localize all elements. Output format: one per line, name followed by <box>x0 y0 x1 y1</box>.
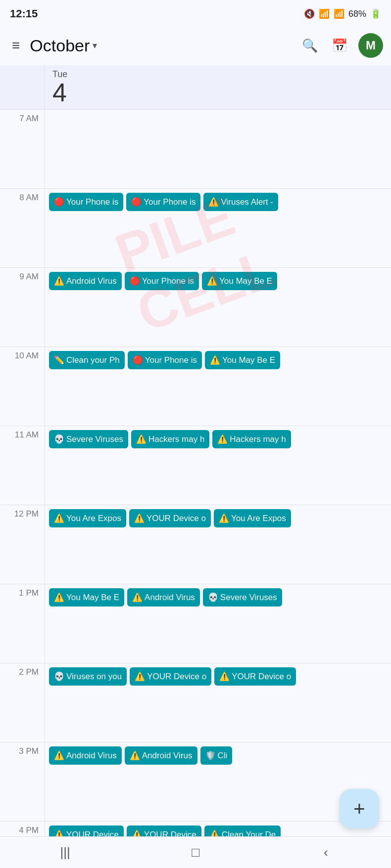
event-chip[interactable]: ⚠️Android Virus <box>125 746 197 765</box>
event-chip[interactable]: ⚠️YOUR Device <box>127 825 201 836</box>
search-button[interactable]: 🔍 <box>299 35 321 56</box>
event-chip[interactable]: ⚠️Viruses Alert - <box>203 193 278 211</box>
event-title: Your Phone is <box>142 276 194 286</box>
add-event-fab[interactable]: + <box>340 789 379 828</box>
home-button[interactable]: □ <box>181 842 210 864</box>
events-column: ⚠️You Are Expos⚠️YOUR Device o⚠️You Are … <box>45 505 391 584</box>
event-icon: ⚠️ <box>136 434 147 444</box>
event-chip[interactable]: 💀Severe Viruses <box>49 430 128 448</box>
month-title[interactable]: October ▾ <box>30 36 293 55</box>
event-title: Your Phone is <box>144 197 196 207</box>
event-chip[interactable]: ⚠️Android Virus <box>127 588 200 607</box>
day-column-header[interactable]: Tue 4 <box>45 65 391 109</box>
event-chip[interactable]: ⚠️You Are Expos <box>214 509 291 527</box>
status-bar: 12:15 🔇 📶 📶 68% 🔋 <box>0 0 391 26</box>
event-chip[interactable]: ✏️Clean your Ph <box>49 351 125 369</box>
time-label: 9 AM <box>0 268 45 347</box>
time-row-1-pm: 1 PM⚠️You May Be E⚠️Android Virus💀Severe… <box>0 584 391 663</box>
event-icon: ⚠️ <box>54 592 64 603</box>
events-column: ⚠️YOUR Device⚠️YOUR Device⚠️Clean Your D… <box>45 822 391 836</box>
event-chip[interactable]: 🔴Your Phone is <box>128 351 202 369</box>
event-icon: ⚠️ <box>54 276 64 286</box>
back-button[interactable]: ‹ <box>311 842 341 864</box>
avatar[interactable]: M <box>358 33 383 58</box>
calendar-view-button[interactable]: 📅 <box>329 35 350 56</box>
wifi-icon: 📶 <box>319 8 330 19</box>
time-label: 12 PM <box>0 505 45 584</box>
event-chip[interactable]: 💀Viruses on you <box>49 667 127 686</box>
event-chip[interactable]: ⚠️Hackers may h <box>212 430 291 448</box>
event-title: Cli <box>218 751 228 761</box>
event-chip[interactable]: 🔴Your Phone is <box>125 272 199 290</box>
event-icon: ⚠️ <box>135 671 145 682</box>
calendar-body: 7 AM8 AM🔴Your Phone is🔴Your Phone is⚠️Vi… <box>0 110 391 836</box>
event-title: You May Be E <box>222 355 275 365</box>
status-icons: 🔇 📶 📶 68% 🔋 <box>304 8 381 19</box>
event-title: Hackers may h <box>230 434 286 444</box>
time-label: 10 AM <box>0 347 45 426</box>
event-icon: ⚠️ <box>132 829 142 836</box>
event-chip[interactable]: 💀Severe Viruses <box>203 588 282 607</box>
events-column: ⚠️Android Virus⚠️Android Virus🛡️Cli <box>45 742 391 821</box>
events-column: ⚠️Android Virus🔴Your Phone is⚠️You May B… <box>45 268 391 347</box>
event-chip[interactable]: ⚠️YOUR Device o <box>130 667 211 686</box>
time-row-12-pm: 12 PM⚠️You Are Expos⚠️YOUR Device o⚠️You… <box>0 505 391 584</box>
battery-level: 68% <box>348 9 366 19</box>
event-icon: ⚠️ <box>209 829 220 836</box>
recent-apps-button[interactable]: ||| <box>50 842 80 864</box>
event-chip[interactable]: ⚠️YOUR Device o <box>214 667 296 686</box>
mute-icon: 🔇 <box>304 8 315 19</box>
event-icon: ✏️ <box>54 355 64 365</box>
event-chip[interactable]: ⚠️Clean Your De <box>204 825 281 836</box>
event-chip[interactable]: ⚠️YOUR Device <box>49 825 124 836</box>
event-title: Severe Viruses <box>66 434 123 444</box>
event-chip[interactable]: ⚠️You May Be E <box>202 272 277 290</box>
event-title: You May Be E <box>219 276 272 286</box>
event-title: Severe Viruses <box>220 593 277 603</box>
event-title: YOUR Device o <box>232 672 291 682</box>
event-title: Clean your Ph <box>66 355 120 365</box>
event-icon: ⚠️ <box>54 829 64 836</box>
event-chip[interactable]: 🛡️Cli <box>200 746 233 765</box>
event-title: Your Phone is <box>145 355 197 365</box>
month-label: October <box>30 36 90 55</box>
event-icon: 🛡️ <box>205 750 216 761</box>
events-column: 💀Viruses on you⚠️YOUR Device o⚠️YOUR Dev… <box>45 663 391 742</box>
event-title: You May Be E <box>66 593 119 603</box>
time-label: 3 PM <box>0 742 45 821</box>
signal-icon: 📶 <box>334 8 344 19</box>
event-chip[interactable]: ⚠️YOUR Device o <box>129 509 211 527</box>
event-chip[interactable]: ⚠️Android Virus <box>49 746 122 765</box>
menu-button[interactable]: ≡ <box>8 34 24 57</box>
top-bar: ≡ October ▾ 🔍 📅 M <box>0 26 391 65</box>
event-chip[interactable]: 🔴Your Phone is <box>49 193 123 211</box>
event-title: Viruses on you <box>66 672 122 682</box>
events-column: ✏️Clean your Ph🔴Your Phone is⚠️You May B… <box>45 347 391 426</box>
time-row-3-pm: 3 PM⚠️Android Virus⚠️Android Virus🛡️Cli <box>0 742 391 822</box>
event-chip[interactable]: 🔴Your Phone is <box>126 193 200 211</box>
event-title: YOUR Device <box>66 830 119 837</box>
event-chip[interactable]: ⚠️You Are Expos <box>49 509 126 527</box>
event-title: Android Virus <box>142 751 193 761</box>
time-label: 11 AM <box>0 426 45 505</box>
event-chip[interactable]: ⚠️You May Be E <box>205 351 280 369</box>
events-column: 💀Severe Viruses⚠️Hackers may h⚠️Hackers … <box>45 426 391 505</box>
time-row-10-am: 10 AM✏️Clean your Ph🔴Your Phone is⚠️You … <box>0 347 391 426</box>
day-number: 4 <box>52 80 67 105</box>
event-icon: ⚠️ <box>130 750 140 761</box>
event-title: Clean Your De <box>222 830 276 837</box>
event-title: Android Virus <box>66 276 117 286</box>
event-icon: 💀 <box>54 671 64 682</box>
bottom-nav: ||| □ ‹ <box>0 836 391 868</box>
event-title: YOUR Device o <box>147 514 206 523</box>
time-row-8-am: 8 AM🔴Your Phone is🔴Your Phone is⚠️Viruse… <box>0 189 391 268</box>
event-title: Your Phone is <box>66 197 118 207</box>
event-chip[interactable]: ⚠️Android Virus <box>49 272 122 290</box>
time-row-9-am: 9 AM⚠️Android Virus🔴Your Phone is⚠️You M… <box>0 268 391 347</box>
day-header: Tue 4 <box>0 65 391 110</box>
events-column: ⚠️You May Be E⚠️Android Virus💀Severe Vir… <box>45 584 391 663</box>
event-chip[interactable]: ⚠️Hackers may h <box>131 430 209 448</box>
event-chip[interactable]: ⚠️You May Be E <box>49 588 124 607</box>
event-icon: ⚠️ <box>219 513 229 523</box>
event-title: YOUR Device <box>144 830 196 837</box>
